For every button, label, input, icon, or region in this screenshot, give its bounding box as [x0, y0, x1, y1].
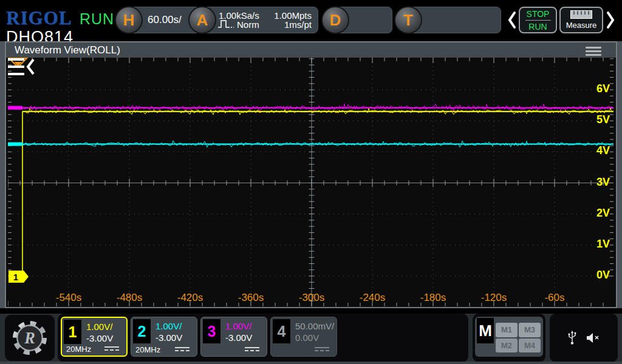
channel-2-bandwidth: 20MHz — [135, 345, 160, 354]
rigol-logo: RIGOL — [6, 7, 72, 29]
time-axis-label: -60s — [527, 292, 582, 304]
window-title: Waveform View(ROLL) — [15, 44, 120, 56]
time-axis-label: -480s — [102, 292, 157, 304]
time-per-point-value: 1ms/pt — [284, 19, 312, 30]
math-m1-button[interactable]: M1 — [496, 323, 518, 337]
waveform-plot[interactable]: 1 6V5V4V3V2V1V0V-540s-480s-420s-360s-300… — [8, 58, 613, 306]
oscilloscope-screen: RIGOL RUN 60.00s/ H 1.00kSa/s Norm 1.00M… — [0, 0, 622, 364]
channel-4-number: 4 — [273, 319, 290, 343]
channel-1-offset: -3.00V — [86, 333, 113, 343]
time-axis-label: -180s — [406, 292, 460, 304]
acquisition-mode: Norm — [237, 19, 259, 30]
math-label: M — [477, 318, 494, 343]
measure-button[interactable]: Measure — [559, 7, 603, 33]
divider — [525, 20, 551, 21]
hamburger-menu-icon[interactable] — [586, 47, 601, 58]
time-axis-label: -240s — [345, 292, 400, 304]
dc-coupling-icon — [245, 347, 259, 351]
channel-4-offset: 0.00V — [295, 332, 319, 343]
status-panel — [550, 314, 618, 362]
channel-3-offset: -3.00V — [225, 332, 252, 343]
dc-coupling-icon — [175, 347, 190, 351]
acquisition-panel[interactable]: 1.00kSa/s Norm 1.00Mpts 1ms/pt — [202, 7, 318, 33]
voltage-axis-label: 2V — [579, 207, 610, 220]
acquisition-key-letter: A — [197, 11, 208, 30]
acquisition-key-button[interactable]: A — [188, 6, 216, 34]
svg-text:1: 1 — [13, 272, 18, 282]
stop-label: STOP — [527, 9, 550, 19]
channel-4-chip[interactable]: 4 50.00mV/ 0.00V — [270, 317, 337, 357]
channel-2-chip[interactable]: 2 1.00V/ -3.00V 20MHz — [131, 317, 197, 357]
time-axis-label: -420s — [163, 292, 217, 304]
voltage-axis-label: 1V — [579, 238, 610, 251]
channel-3-chip[interactable]: 3 1.00V/ -3.00V — [200, 317, 267, 357]
collapse-menu-icon[interactable] — [8, 58, 35, 76]
chevron-right-icon[interactable] — [606, 10, 615, 30]
trigger-key-button[interactable]: T — [394, 6, 422, 34]
ruler-icon — [570, 10, 592, 19]
bottom-edge-strip — [0, 362, 622, 364]
channel-1-chip[interactable]: 1 1.00V/ -3.00V 20MHz — [61, 317, 128, 357]
time-axis-label: -360s — [224, 292, 278, 304]
time-axis-label: -120s — [466, 292, 521, 304]
dc-coupling-icon — [315, 347, 329, 351]
time-axis-label: -540s — [41, 292, 96, 304]
waveform-grid-and-traces: 1 — [8, 58, 613, 306]
speaker-muted-icon — [586, 332, 600, 343]
decode-key-letter: D — [330, 11, 341, 30]
channel-1-scale: 1.00V/ — [86, 322, 112, 332]
channel-2-scale: 1.00V/ — [156, 321, 182, 331]
measure-label: Measure — [566, 21, 597, 30]
usb-icon — [567, 331, 577, 345]
stop-run-button[interactable]: STOP RUN — [519, 7, 557, 33]
channel-2-number: 2 — [133, 319, 151, 343]
math-chip[interactable]: M M1 M3 M2 M4 — [475, 317, 543, 357]
decode-key-button[interactable]: D — [321, 6, 349, 34]
channel-3-number: 3 — [203, 319, 220, 343]
run-label: RUN — [528, 22, 547, 32]
channel-1-level-marker[interactable]: 1 — [9, 271, 29, 283]
channel-1-number: 1 — [64, 320, 81, 344]
window-titlebar[interactable]: Waveform View(ROLL) — [6, 42, 616, 58]
gear-logo-icon: R — [10, 318, 50, 358]
math-m4-button[interactable]: M4 — [519, 339, 541, 353]
math-buttons-grid: M1 M3 M2 M4 — [496, 323, 541, 352]
rigol-gear-button[interactable]: R — [5, 315, 55, 361]
channels-panel: 1 1.00V/ -3.00V 20MHz 2 1.00V/ -3.00V 20… — [58, 314, 468, 362]
waveform-window: Waveform View(ROLL) 1 6V5V4V3V2V1V0V-540… — [5, 41, 617, 308]
voltage-axis-label: 0V — [579, 269, 610, 281]
time-axis-label: -300s — [284, 292, 339, 304]
voltage-axis-label: 6V — [579, 83, 610, 95]
math-panel: M M1 M3 M2 M4 — [473, 314, 545, 362]
run-status-label: RUN — [80, 10, 114, 28]
channel-4-scale: 50.00mV/ — [295, 321, 334, 331]
voltage-axis-label: 3V — [579, 176, 610, 189]
channel-1-bandwidth: 20MHz — [66, 345, 91, 354]
bottom-toolbar: R 1 1.00V/ -3.00V 20MHz 2 1.00V/ -3.00V … — [0, 314, 622, 364]
timebase-value: 60.00s/ — [148, 7, 182, 33]
pulse-icon — [217, 19, 234, 29]
chevron-left-icon[interactable] — [507, 10, 517, 30]
channel-3-scale: 1.00V/ — [225, 321, 251, 331]
svg-text:R: R — [24, 329, 35, 347]
dc-coupling-icon — [104, 346, 119, 351]
voltage-axis-label: 4V — [579, 144, 610, 157]
trigger-key-letter: T — [403, 11, 413, 30]
horizontal-key-letter: H — [123, 11, 135, 30]
math-m3-button[interactable]: M3 — [519, 323, 541, 337]
channel-2-offset: -3.00V — [156, 332, 182, 343]
voltage-axis-label: 5V — [579, 113, 610, 126]
math-m2-button[interactable]: M2 — [496, 339, 518, 353]
horizontal-key-button[interactable]: H — [115, 6, 143, 34]
